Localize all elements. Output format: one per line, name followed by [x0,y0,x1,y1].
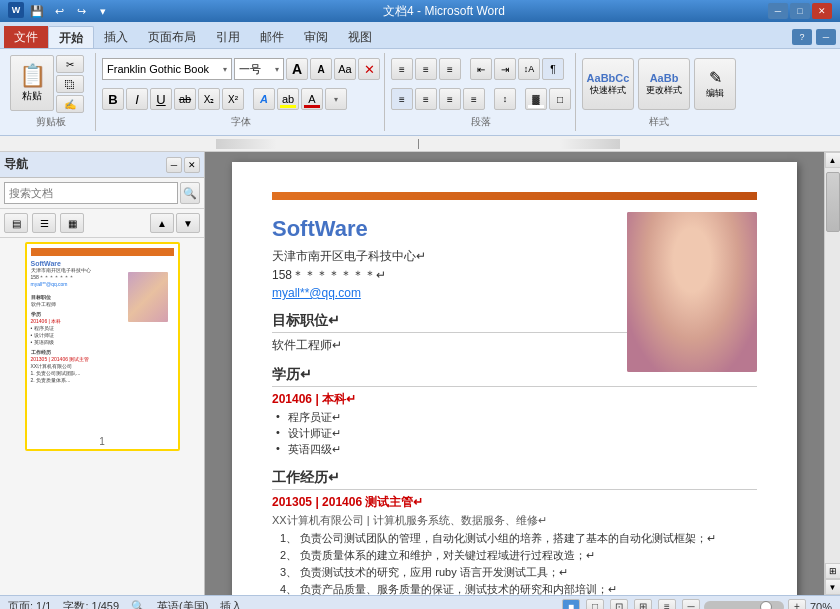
border-btn[interactable]: □ [549,88,571,110]
language-item[interactable]: 英语(美国) [157,599,208,609]
quick-customize-btn[interactable]: ▾ [94,2,112,20]
zoom-slider[interactable] [704,601,784,610]
number-list-btn[interactable]: ≡ [415,58,437,80]
paragraph-row2: ≡ ≡ ≡ ≡ ↕ ▓ □ [391,85,571,113]
nav-controls: ─ ✕ [166,157,200,173]
doc-column: SoftWare 天津市南开区电子科技中心↵ 158＊＊＊＊＊＊＊↵ myall… [205,152,840,595]
strikethrough-button[interactable]: ab [174,88,196,110]
cut-button[interactable]: ✂ [56,55,84,73]
view-full-page-btn[interactable]: □ [586,599,604,610]
main-layout: 导航 ─ ✕ 🔍 ▤ ☰ ▦ ▲ ▼ [0,152,840,595]
quick-redo-btn[interactable]: ↪ [72,2,90,20]
zoom-thumb[interactable] [760,601,772,610]
font-color-btn[interactable]: A [301,88,323,110]
tab-mail[interactable]: 邮件 [250,26,294,48]
thumb-photo [128,272,168,322]
highlight-color-bar [280,105,296,108]
multilevel-list-btn[interactable]: ≡ [439,58,461,80]
show-marks-btn[interactable]: ¶ [542,58,564,80]
tab-review[interactable]: 审阅 [294,26,338,48]
copy-button[interactable]: ⿻ [56,75,84,93]
scroll-track[interactable] [825,168,840,563]
bullet-list-btn[interactable]: ≡ [391,58,413,80]
font-name-combo[interactable]: Franklin Gothic Book ▾ [102,58,232,80]
color-picker-btn[interactable]: ▾ [325,88,347,110]
nav-result-view-btn[interactable]: ▦ [60,213,84,233]
view-draft-btn[interactable]: ≡ [658,599,676,610]
sort-btn[interactable]: ↕A [518,58,540,80]
close-btn[interactable]: ✕ [812,3,832,19]
text-effect-btn[interactable]: A [253,88,275,110]
font-row1: Franklin Gothic Book ▾ 一号 ▾ A A Aa ✕ [102,55,380,83]
nav-minimize-btn[interactable]: ─ [166,157,182,173]
quick-save-btn[interactable]: 💾 [28,2,46,20]
paste-button[interactable]: 📋 粘贴 [10,55,54,111]
increase-indent-btn[interactable]: ⇥ [494,58,516,80]
scroll-thumb[interactable] [826,172,840,232]
minimize-btn[interactable]: ─ [768,3,788,19]
zoom-control: ─ + 70% [682,599,832,610]
ribbon-content: 📋 粘贴 ✂ ⿻ ✍ 剪贴板 Franklin Gothic Book [0,48,840,135]
subscript-button[interactable]: X₂ [198,88,220,110]
zoom-plus-btn[interactable]: + [788,599,806,610]
insert-mode[interactable]: 插入 [220,599,242,609]
tab-file[interactable]: 文件 [4,26,48,48]
nav-up-btn[interactable]: ▲ [150,213,174,233]
justify-btn[interactable]: ≡ [463,88,485,110]
view-reading-btn[interactable]: ⊡ [610,599,628,610]
nav-close-btn[interactable]: ✕ [184,157,200,173]
italic-button[interactable]: I [126,88,148,110]
status-bar: 页面: 1/1 字数: 1/459 🔍 英语(美国) 插入 ■ □ ⊡ ⊞ ≡ … [0,595,840,609]
paste-icon: 📋 [19,63,46,89]
decrease-indent-btn[interactable]: ⇤ [470,58,492,80]
underline-button[interactable]: U [150,88,172,110]
ribbon-help-btn[interactable]: ? [792,29,812,45]
superscript-button[interactable]: X² [222,88,244,110]
thumb-content: SoftWare 天津市南开区电子科技中心 158＊＊＊＊＊＊＊ myall**… [27,244,178,434]
align-left-btn[interactable]: ≡ [391,88,413,110]
align-center-btn[interactable]: ≡ [415,88,437,110]
font-size-combo[interactable]: 一号 ▾ [234,58,284,80]
clear-format-btn[interactable]: ✕ [358,58,380,80]
scroll-up-btn[interactable]: ▲ [825,152,841,168]
text-highlight-btn[interactable]: ab [277,88,299,110]
quick-style-button[interactable]: AaBbCc 快速样式 [582,58,634,110]
nav-search-input[interactable] [4,182,178,204]
maximize-btn[interactable]: □ [790,3,810,19]
tab-references[interactable]: 引用 [206,26,250,48]
nav-page-view-btn[interactable]: ▤ [4,213,28,233]
align-right-btn[interactable]: ≡ [439,88,461,110]
nav-heading-view-btn[interactable]: ☰ [32,213,56,233]
spell-check[interactable]: 🔍 [131,600,145,609]
doc-edu-item-2: 设计师证↵ [272,426,757,441]
zoom-minus-btn[interactable]: ─ [682,599,700,610]
change-case-btn[interactable]: Aa [334,58,356,80]
tab-start[interactable]: 开始 [48,26,94,48]
tab-view[interactable]: 视图 [338,26,382,48]
change-style-text: 更改样式 [646,84,682,97]
doc-work-date: 201305 | 201406 测试主管↵ [272,494,757,511]
bold-button[interactable]: B [102,88,124,110]
font-name-arrow: ▾ [223,65,227,74]
format-painter-button[interactable]: ✍ [56,95,84,113]
change-style-button[interactable]: AaBb 更改样式 [638,58,690,110]
document-area[interactable]: SoftWare 天津市南开区电子科技中心↵ 158＊＊＊＊＊＊＊↵ myall… [205,152,824,595]
view-web-btn[interactable]: ⊞ [634,599,652,610]
nav-down-btn[interactable]: ▼ [176,213,200,233]
font-grow-btn[interactable]: A [286,58,308,80]
edit-button[interactable]: ✎ 编辑 [694,58,736,110]
nav-search-btn[interactable]: 🔍 [180,182,200,204]
quick-undo-btn[interactable]: ↩ [50,2,68,20]
scroll-page-nav-btn[interactable]: ⊞ [825,563,841,579]
line-spacing-btn[interactable]: ↕ [494,88,516,110]
page-thumbnail[interactable]: SoftWare 天津市南开区电子科技中心 158＊＊＊＊＊＊＊ myall**… [25,242,180,451]
shading-btn[interactable]: ▓ [525,88,547,110]
tab-layout[interactable]: 页面布局 [138,26,206,48]
tab-insert[interactable]: 插入 [94,26,138,48]
page-number-thumb: 1 [27,434,178,449]
font-shrink-btn[interactable]: A [310,58,332,80]
ribbon-minimize-btn[interactable]: ─ [816,29,836,45]
view-normal-btn[interactable]: ■ [562,599,580,610]
style-group-label: 样式 [582,113,736,129]
scroll-down-btn[interactable]: ▼ [825,579,841,595]
